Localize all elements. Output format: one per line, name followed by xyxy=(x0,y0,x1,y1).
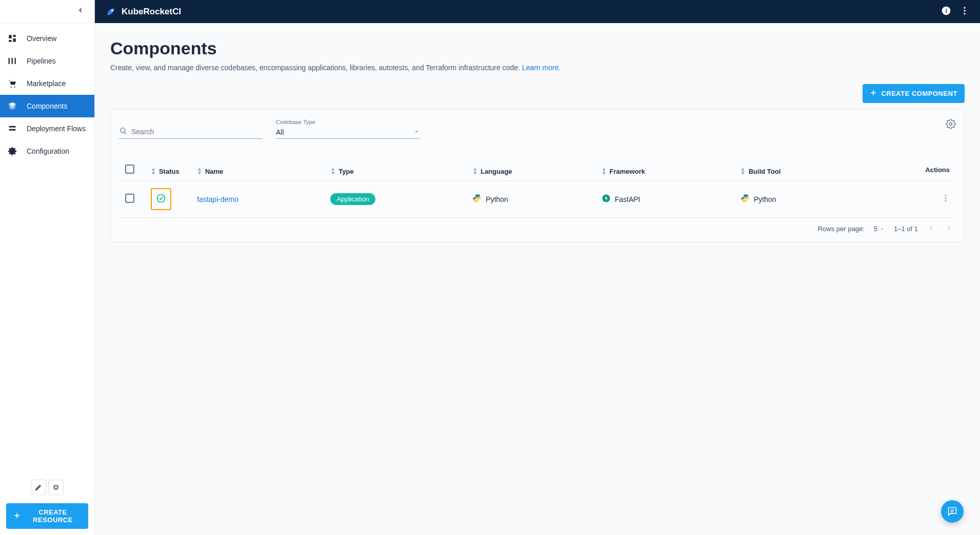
codebase-type-field: Codebase Type All xyxy=(276,119,419,139)
sidebar-item-label: Marketplace xyxy=(27,79,66,88)
components-table: ▲▼Status ▲▼Name ▲▼Type ▲▼Language ▲▼Fram… xyxy=(119,159,956,218)
sidebar-item-label: Overview xyxy=(27,34,56,43)
header-name-label: Name xyxy=(205,168,223,175)
header-status-label: Status xyxy=(159,168,179,175)
sidebar-item-label: Deployment Flows xyxy=(27,125,86,133)
header-framework-label: Framework xyxy=(610,168,645,175)
rows-per-page-label: Rows per page: xyxy=(818,225,865,233)
fastapi-icon xyxy=(602,194,611,204)
row-checkbox[interactable] xyxy=(125,194,134,203)
rocket-icon xyxy=(105,6,116,17)
svg-rect-13 xyxy=(9,129,16,131)
prev-page-button[interactable] xyxy=(927,224,935,234)
sidebar-item-overview[interactable]: Overview xyxy=(0,27,94,50)
svg-rect-6 xyxy=(15,58,16,64)
sidebar-item-components[interactable]: Components xyxy=(0,95,94,117)
svg-rect-3 xyxy=(9,40,11,42)
header-language-label: Language xyxy=(481,168,512,175)
info-icon[interactable]: i xyxy=(941,6,951,17)
create-resource-button[interactable]: Create Resource xyxy=(6,503,88,529)
svg-point-31 xyxy=(945,200,946,201)
next-page-button[interactable] xyxy=(945,224,953,234)
codebase-type-select[interactable]: All xyxy=(276,126,419,139)
sidebar-item-deployment-flows[interactable]: Deployment Flows xyxy=(0,117,94,140)
gear-icon xyxy=(7,146,17,156)
codebase-type-label: Codebase Type xyxy=(276,119,419,125)
header-type-label: Type xyxy=(338,168,353,175)
search-field xyxy=(119,125,263,139)
select-all-checkbox[interactable] xyxy=(125,164,134,174)
svg-rect-12 xyxy=(9,126,16,128)
python-icon xyxy=(472,194,482,204)
plus-icon xyxy=(870,89,877,98)
content: Components Create, view, and manage dive… xyxy=(95,23,980,535)
header-framework[interactable]: ▲▼Framework xyxy=(602,167,645,175)
header-type[interactable]: ▲▼Type xyxy=(330,167,353,175)
footer-tool-2[interactable] xyxy=(48,480,64,495)
svg-point-16 xyxy=(55,486,57,488)
svg-point-7 xyxy=(11,87,12,88)
svg-point-30 xyxy=(945,198,946,199)
component-name-link[interactable]: fastapi-demo xyxy=(197,195,238,203)
search-input-wrap[interactable] xyxy=(119,125,263,139)
svg-marker-25 xyxy=(415,131,418,133)
svg-point-27 xyxy=(157,195,165,202)
svg-point-8 xyxy=(14,87,15,88)
page-title: Components xyxy=(110,38,965,58)
svg-rect-4 xyxy=(9,58,10,64)
table-row: fastapi-demo Application Python FastAPI … xyxy=(119,181,956,218)
sidebar-item-label: Pipelines xyxy=(27,57,56,65)
svg-line-24 xyxy=(125,132,126,134)
learn-more-link[interactable]: Learn more. xyxy=(522,64,561,72)
rows-per-page-value: 5 xyxy=(874,225,877,233)
create-component-button[interactable]: Create Component xyxy=(863,84,965,103)
create-component-label: Create Component xyxy=(881,90,957,97)
framework-label: FastAPI xyxy=(615,195,641,203)
dashboard-icon xyxy=(7,33,17,44)
svg-point-21 xyxy=(964,10,965,11)
chat-fab[interactable] xyxy=(941,500,964,523)
svg-rect-1 xyxy=(13,35,16,37)
header-name[interactable]: ▲▼Name xyxy=(197,167,223,175)
header-language[interactable]: ▲▼Language xyxy=(472,167,512,175)
collapse-sidebar-button[interactable] xyxy=(77,7,84,16)
chevron-left-icon xyxy=(77,7,84,16)
codebase-type-value: All xyxy=(276,128,284,136)
svg-rect-2 xyxy=(13,38,16,42)
svg-point-17 xyxy=(111,9,113,11)
more-icon[interactable] xyxy=(959,6,970,17)
layers-icon xyxy=(7,101,17,111)
sidebar-item-pipelines[interactable]: Pipelines xyxy=(0,50,94,72)
rows-per-page-select[interactable]: 5 xyxy=(874,225,885,233)
plus-icon xyxy=(13,512,21,521)
pipelines-icon xyxy=(7,56,17,66)
svg-marker-32 xyxy=(881,229,883,230)
framework-cell: FastAPI xyxy=(602,194,641,204)
sidebar-item-label: Configuration xyxy=(27,147,69,155)
build-tool-label: Python xyxy=(754,195,776,203)
stack-icon xyxy=(7,124,17,134)
create-resource-label: Create Resource xyxy=(25,508,81,524)
sidebar-item-marketplace[interactable]: Marketplace xyxy=(0,72,94,95)
sidebar: Overview Pipelines Marketplace Component… xyxy=(0,0,95,535)
svg-point-23 xyxy=(121,128,125,133)
brand[interactable]: KubeRocketCI xyxy=(105,6,181,17)
sidebar-header xyxy=(0,0,94,23)
svg-point-29 xyxy=(945,195,946,196)
svg-point-22 xyxy=(964,13,965,14)
search-input[interactable] xyxy=(131,128,263,136)
table-settings-button[interactable] xyxy=(946,119,956,131)
svg-point-20 xyxy=(964,7,965,9)
row-actions-button[interactable] xyxy=(942,196,950,204)
language-label: Python xyxy=(486,195,508,203)
nav: Overview Pipelines Marketplace Component… xyxy=(0,23,94,474)
header-status[interactable]: ▲▼Status xyxy=(151,167,179,175)
chevron-down-icon xyxy=(413,128,419,136)
header-build-tool[interactable]: ▲▼Build Tool xyxy=(741,167,781,175)
sidebar-item-configuration[interactable]: Configuration xyxy=(0,140,94,162)
brand-name: KubeRocketCI xyxy=(122,7,181,17)
footer-tool-1[interactable] xyxy=(31,480,46,495)
svg-rect-0 xyxy=(9,35,11,38)
search-icon xyxy=(119,127,127,136)
header-actions: Actions xyxy=(865,159,956,181)
